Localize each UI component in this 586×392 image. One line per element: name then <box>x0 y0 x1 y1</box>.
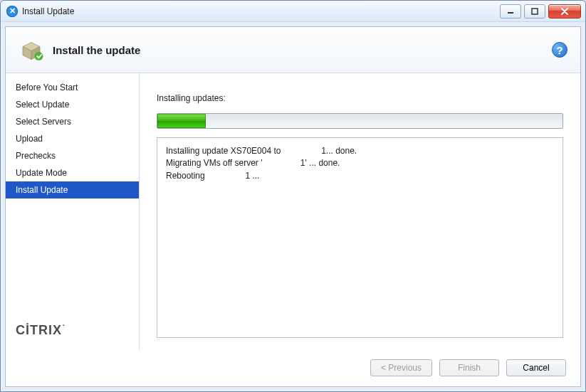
step-install-update[interactable]: Install Update <box>6 181 139 198</box>
wizard-footer: < Previous Finish Cancel <box>6 349 580 386</box>
window-title: Install Update <box>22 6 74 16</box>
step-before-you-start[interactable]: Before You Start <box>6 79 139 96</box>
minimize-button[interactable] <box>500 4 521 18</box>
step-select-update[interactable]: Select Update <box>6 96 139 113</box>
step-update-mode[interactable]: Update Mode <box>6 164 139 181</box>
main-panel: Installing updates: Installing update XS… <box>140 73 580 349</box>
help-icon: ? <box>556 44 563 56</box>
package-icon <box>19 37 44 63</box>
page-title: Install the update <box>53 44 140 56</box>
maximize-icon <box>531 8 538 15</box>
install-update-window: ✕ Install Update Install the update <box>0 0 586 392</box>
close-icon <box>560 8 569 15</box>
step-prechecks[interactable]: Prechecks <box>6 147 139 164</box>
close-button[interactable] <box>548 4 581 18</box>
help-button[interactable]: ? <box>552 42 567 58</box>
client-area: Install the update ? Before You Start Se… <box>5 26 581 387</box>
progress-bar <box>157 113 563 129</box>
maximize-button[interactable] <box>524 4 545 18</box>
wizard-body: Before You Start Select Update Select Se… <box>6 73 580 349</box>
progress-fill <box>157 114 206 128</box>
svg-point-5 <box>35 52 43 60</box>
log-textarea[interactable]: Installing update XS70E004 to 1... done.… <box>157 137 563 338</box>
brand-area: CİTRIX˙ <box>6 314 139 349</box>
step-upload[interactable]: Upload <box>6 130 139 147</box>
app-icon: ✕ <box>6 6 18 17</box>
steps-sidebar: Before You Start Select Update Select Se… <box>6 73 140 349</box>
citrix-logo: CİTRIX˙ <box>16 323 66 337</box>
installing-label: Installing updates: <box>157 93 563 103</box>
steps-list: Before You Start Select Update Select Se… <box>6 79 139 314</box>
minimize-icon <box>507 8 514 15</box>
step-select-servers[interactable]: Select Servers <box>6 113 139 130</box>
titlebar[interactable]: ✕ Install Update <box>1 1 585 22</box>
finish-button[interactable]: Finish <box>439 359 499 376</box>
wizard-header: Install the update ? <box>6 27 580 73</box>
cancel-button[interactable]: Cancel <box>506 359 566 376</box>
svg-rect-1 <box>532 9 538 14</box>
previous-button[interactable]: < Previous <box>370 359 432 376</box>
